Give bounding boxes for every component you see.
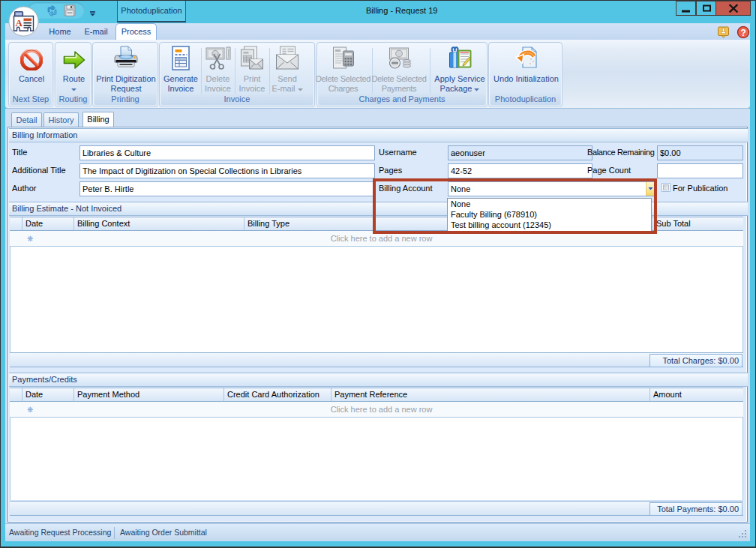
- svg-text:A: A: [16, 17, 23, 28]
- svg-text:?: ?: [741, 28, 746, 38]
